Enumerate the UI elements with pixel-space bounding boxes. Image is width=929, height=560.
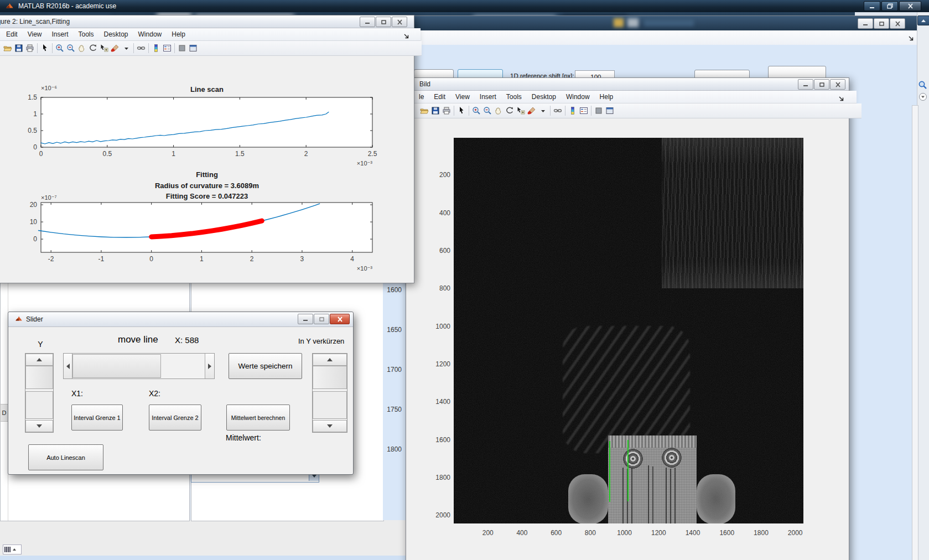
colorbar-icon[interactable] — [567, 106, 578, 116]
in-y-slider-up-button[interactable] — [313, 354, 347, 366]
menu-item-edit[interactable]: Edit — [429, 92, 450, 102]
move-line-slider[interactable] — [63, 353, 215, 379]
gui-close-button[interactable] — [890, 18, 905, 29]
menu-item-desktop[interactable]: Desktop — [99, 29, 133, 39]
data-cursor-icon[interactable] — [98, 43, 110, 53]
menu-item-window[interactable]: Window — [561, 92, 595, 102]
open-icon[interactable] — [2, 43, 13, 53]
bild-dock-arrow-icon[interactable] — [838, 94, 844, 104]
figure2-close-button[interactable] — [392, 17, 407, 27]
gui-restore-button[interactable] — [874, 18, 889, 29]
menu-item-help[interactable]: Help — [167, 29, 190, 39]
search-icon[interactable] — [918, 80, 927, 92]
dock-win-icon[interactable] — [604, 106, 615, 116]
open-icon[interactable] — [419, 106, 430, 116]
move-line-slider-right-button[interactable] — [205, 354, 214, 378]
figure2-restore-button[interactable] — [376, 17, 391, 27]
zoom-out-icon[interactable] — [65, 43, 76, 53]
svg-text:-2: -2 — [48, 255, 54, 263]
zoom-in-icon[interactable] — [54, 43, 65, 53]
menu-item-edit[interactable]: Edit — [1, 29, 23, 39]
brush-icon[interactable] — [526, 106, 537, 116]
bild-xtick: 400 — [513, 529, 531, 537]
figure2-minimize-button[interactable] — [360, 17, 375, 27]
link-plots-icon[interactable] — [136, 43, 147, 53]
toolbar-separator — [591, 106, 591, 116]
auto-linescan-button[interactable]: Auto Linescan — [28, 444, 103, 470]
menu-item-window[interactable]: Window — [133, 29, 167, 39]
slider-restore-button[interactable] — [314, 314, 329, 324]
gui-minimize-button[interactable] — [858, 18, 873, 29]
legend-icon[interactable] — [578, 106, 589, 116]
dock-min-icon[interactable] — [177, 43, 188, 53]
slider-close-button[interactable] — [330, 314, 350, 324]
in-y-slider-track[interactable] — [313, 391, 347, 419]
right-scrollbar[interactable] — [912, 105, 918, 560]
zoom-out-icon[interactable] — [482, 106, 493, 116]
menu-item-le[interactable]: le — [414, 92, 429, 102]
colorbar-icon[interactable] — [150, 43, 162, 53]
mittelwert-label: Mittelwert: — [226, 433, 261, 442]
data-cursor-icon[interactable] — [515, 106, 526, 116]
pan-icon[interactable] — [76, 43, 87, 53]
in-y-slider-down-button[interactable] — [313, 420, 347, 432]
pan-icon[interactable] — [493, 106, 504, 116]
cursor-icon[interactable] — [456, 106, 467, 116]
dock-win-icon[interactable] — [188, 43, 199, 53]
image-noise-overlay — [454, 138, 803, 523]
caret-icon[interactable] — [121, 43, 132, 53]
main-minimize-button[interactable] — [864, 1, 880, 11]
save-icon[interactable] — [13, 43, 24, 53]
bild-close-button[interactable] — [830, 79, 845, 90]
collapse-up-button[interactable] — [917, 15, 929, 25]
minimized-strip-widget[interactable] — [3, 545, 22, 554]
menu-item-tools[interactable]: Tools — [74, 29, 99, 39]
circle-down-arrow-icon[interactable] — [918, 92, 927, 103]
brush-icon[interactable] — [110, 43, 121, 53]
main-restore-button[interactable] — [881, 1, 898, 11]
bild-minimize-button[interactable] — [798, 79, 813, 90]
menu-item-tools[interactable]: Tools — [501, 92, 527, 102]
menu-item-view[interactable]: View — [450, 92, 475, 102]
bild-title: Bild — [419, 80, 430, 88]
dock-tab[interactable]: D — [0, 404, 8, 422]
bild-image[interactable] — [454, 138, 803, 523]
menu-item-insert[interactable]: Insert — [46, 29, 73, 39]
menu-item-view[interactable]: View — [23, 29, 47, 39]
in-y-slider-thumb[interactable] — [313, 366, 347, 389]
figure2-dock-arrow-icon[interactable] — [403, 32, 409, 42]
y-slider-down-button[interactable] — [25, 420, 53, 432]
figure2-plots[interactable]: Line scan×10⁻⁶00.511.522.500.511.5×10⁻³F… — [0, 56, 413, 282]
link-plots-icon[interactable] — [552, 106, 563, 116]
interval-grenze-1-button[interactable]: Interval Grenze 1 — [71, 405, 123, 431]
slider-minimize-button[interactable] — [298, 314, 313, 324]
menu-item-help[interactable]: Help — [595, 92, 619, 102]
caret-icon[interactable] — [537, 106, 548, 116]
y-slider[interactable] — [25, 353, 54, 433]
print-icon[interactable] — [441, 106, 452, 116]
cursor-icon[interactable] — [39, 43, 50, 53]
rotate3d-icon[interactable] — [87, 43, 98, 53]
y-slider-up-button[interactable] — [25, 354, 53, 366]
legend-icon[interactable] — [162, 43, 173, 53]
slider-window: Slider Y move line X: 588 In Y verkürzen… — [8, 312, 354, 475]
y-slider-track[interactable] — [25, 391, 53, 419]
werte-speichern-button[interactable]: Werte speichern — [229, 353, 302, 379]
y-axis-label: Y — [34, 340, 47, 349]
menu-item-insert[interactable]: Insert — [475, 92, 501, 102]
print-icon[interactable] — [24, 43, 35, 53]
main-close-button[interactable] — [899, 1, 921, 11]
gui-dock-arrow-icon[interactable] — [908, 34, 914, 44]
menu-item-desktop[interactable]: Desktop — [527, 92, 561, 102]
zoom-in-icon[interactable] — [471, 106, 482, 116]
mittelwert-berechnen-button[interactable]: Mittelwert berechnen — [226, 405, 290, 431]
in-y-slider[interactable] — [312, 353, 347, 433]
dock-min-icon[interactable] — [593, 106, 604, 116]
move-line-slider-left-button[interactable] — [64, 354, 72, 378]
bild-restore-button[interactable] — [814, 79, 829, 90]
save-icon[interactable] — [430, 106, 441, 116]
rotate3d-icon[interactable] — [504, 106, 515, 116]
interval-grenze-2-button[interactable]: Interval Grenze 2 — [149, 405, 201, 431]
y-slider-thumb[interactable] — [25, 366, 53, 389]
move-line-slider-thumb[interactable] — [72, 354, 161, 378]
